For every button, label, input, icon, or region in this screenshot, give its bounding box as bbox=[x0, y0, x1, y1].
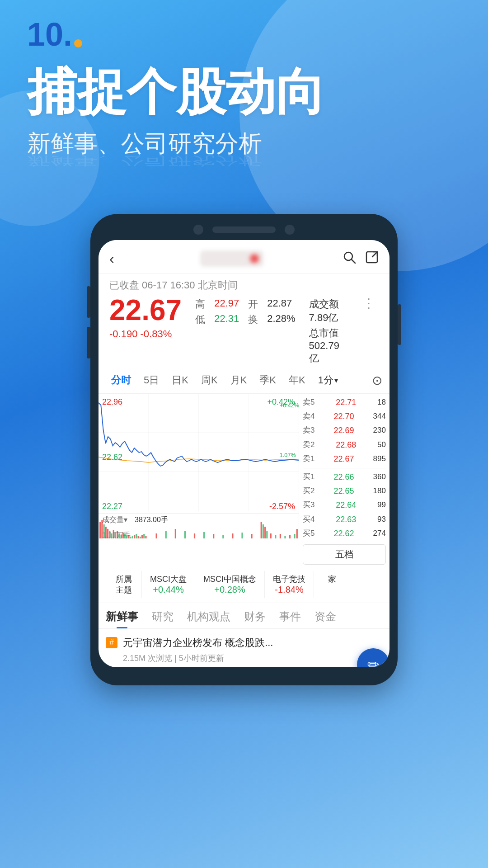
chart-mid-price: 22.62 bbox=[102, 453, 122, 462]
theme-more[interactable]: 家 bbox=[314, 571, 350, 598]
sell-5-label: 卖5 bbox=[303, 397, 314, 408]
share-icon[interactable] bbox=[365, 249, 379, 268]
sell-4-price: 22.70 bbox=[334, 411, 354, 422]
svg-rect-40 bbox=[194, 533, 195, 538]
buy-1-price: 22.66 bbox=[334, 472, 354, 483]
svg-rect-37 bbox=[165, 531, 167, 538]
top-area: 10. 捕捉个股动向 新鲜事、公司研究分析 新鲜事、公司研究分析 bbox=[0, 0, 488, 200]
theme-msci-large-pct: +0.44% bbox=[153, 585, 183, 595]
price-details: 高 22.97 开 22.87 低 22.31 换 2.28% bbox=[195, 297, 295, 326]
volume-area: 成交量▾ 3873.00手 1.11万手 bbox=[99, 513, 299, 538]
news-tab-capital[interactable]: 资金 bbox=[314, 609, 336, 628]
tab-dayk[interactable]: 日K bbox=[166, 371, 194, 390]
buy-1-qty: 360 bbox=[373, 472, 386, 483]
market-cap-label: 总市值 bbox=[309, 327, 339, 339]
svg-rect-19 bbox=[115, 532, 116, 538]
svg-line-3 bbox=[372, 252, 377, 257]
stock-status: 已收盘 06-17 16:30 北京时间 bbox=[99, 274, 389, 294]
svg-rect-29 bbox=[134, 535, 135, 538]
logo-dot bbox=[74, 39, 82, 47]
wudang-button[interactable]: 五档 bbox=[303, 544, 386, 565]
target-icon[interactable]: ⊙ bbox=[372, 373, 382, 388]
svg-rect-14 bbox=[105, 527, 107, 538]
phone-screen: ‹ bbox=[99, 240, 389, 667]
high-label: 高 bbox=[195, 297, 205, 311]
price-right: 成交额 7.89亿 总市值 502.79亿 bbox=[309, 297, 345, 365]
svg-rect-31 bbox=[137, 536, 139, 538]
phone-camera-2 bbox=[285, 225, 295, 235]
open-label: 开 bbox=[248, 297, 258, 311]
hero-title: 捕捉个股动向 bbox=[27, 64, 461, 119]
amount-val: 7.89亿 bbox=[309, 312, 338, 323]
svg-rect-46 bbox=[251, 534, 253, 538]
news-tag-hash: # bbox=[106, 637, 117, 648]
news-tab-research[interactable]: 研究 bbox=[152, 609, 174, 628]
svg-rect-18 bbox=[113, 530, 114, 538]
news-item-0[interactable]: # 元宇宙潜力企业榜发布 概念股跌... 2.15M 次浏览 | 5小时前更新 … bbox=[99, 629, 389, 667]
phone-outer: ‹ bbox=[90, 214, 398, 685]
svg-rect-24 bbox=[124, 534, 126, 538]
back-button[interactable]: ‹ bbox=[109, 250, 114, 267]
svg-rect-50 bbox=[266, 531, 267, 538]
sell-4-label: 卖4 bbox=[303, 411, 314, 422]
turnover-val: 2.28% bbox=[267, 313, 295, 326]
turnover-label: 换 bbox=[248, 313, 258, 326]
buy-3-row: 买3 22.64 99 bbox=[303, 498, 386, 512]
svg-rect-17 bbox=[111, 533, 112, 538]
more-dots[interactable]: ⋮ bbox=[359, 296, 379, 311]
sell-2-label: 卖2 bbox=[303, 439, 314, 451]
low-label: 低 bbox=[195, 313, 205, 326]
svg-rect-43 bbox=[222, 535, 224, 538]
sell-2-row: 卖2 22.68 50 bbox=[303, 438, 386, 452]
volume-chart-svg bbox=[99, 518, 299, 538]
tab-weekk[interactable]: 周K bbox=[196, 371, 223, 390]
tab-monthk[interactable]: 月K bbox=[225, 371, 253, 390]
open-val: 22.87 bbox=[267, 297, 292, 311]
buy-5-qty: 274 bbox=[373, 528, 386, 539]
header-icons bbox=[343, 249, 379, 268]
news-tab-finance[interactable]: 财务 bbox=[244, 609, 266, 628]
sell-1-row: 卖1 22.67 895 bbox=[303, 452, 386, 466]
sell-1-qty: 895 bbox=[373, 453, 386, 465]
tab-1min[interactable]: 1分▾ bbox=[313, 371, 343, 390]
theme-esports[interactable]: 电子竞技 -1.84% bbox=[265, 571, 314, 598]
sell-2-qty: 50 bbox=[377, 439, 386, 451]
news-tab-fresh[interactable]: 新鲜事 bbox=[106, 609, 138, 628]
chart-main-area: 22.96 +0.42% 22.62 22.27 -2.57% bbox=[99, 394, 389, 566]
tab-fenshi[interactable]: 分时 bbox=[106, 371, 136, 390]
chart-high-price: 22.96 bbox=[102, 397, 122, 407]
pen-icon: ✏ bbox=[367, 656, 380, 667]
tab-5day[interactable]: 5日 bbox=[138, 371, 164, 390]
search-icon[interactable] bbox=[343, 249, 356, 268]
low-val: 22.31 bbox=[214, 313, 239, 326]
theme-msci-china[interactable]: MSCI中国概念 +0.28% bbox=[195, 571, 265, 598]
svg-rect-49 bbox=[264, 527, 266, 538]
high-val: 22.97 bbox=[214, 297, 239, 311]
market-cap-row: 总市值 502.79亿 bbox=[309, 326, 345, 365]
buy-5-label: 买5 bbox=[303, 528, 314, 539]
svg-rect-16 bbox=[109, 531, 110, 538]
tab-seasonk[interactable]: 季K bbox=[254, 371, 282, 390]
svg-rect-30 bbox=[136, 534, 137, 538]
svg-rect-13 bbox=[103, 524, 105, 538]
amount-row: 成交额 7.89亿 bbox=[309, 297, 345, 325]
svg-rect-27 bbox=[130, 537, 131, 538]
tab-yeark[interactable]: 年K bbox=[283, 371, 311, 390]
svg-rect-35 bbox=[145, 536, 146, 538]
news-title: 元宇宙潜力企业榜发布 概念股跌... bbox=[123, 636, 382, 650]
side-btn-left-top bbox=[87, 286, 90, 318]
news-tab-institution[interactable]: 机构观点 bbox=[187, 609, 230, 628]
theme-msci-large[interactable]: MSCI大盘 +0.44% bbox=[142, 571, 195, 598]
price-chart-svg: +0.42% 1.07% bbox=[99, 394, 299, 511]
buy-2-label: 买2 bbox=[303, 486, 314, 497]
svg-rect-20 bbox=[117, 531, 118, 538]
sell-3-qty: 230 bbox=[373, 425, 386, 436]
stock-price: 22.67 bbox=[109, 296, 182, 325]
side-btn-right bbox=[398, 304, 401, 345]
theme-msci-china-pct: +0.28% bbox=[214, 585, 245, 595]
theme-header-label: 所属 主题 bbox=[116, 574, 132, 595]
theme-header: 所属 主题 bbox=[106, 571, 142, 598]
svg-rect-47 bbox=[261, 522, 262, 538]
news-tab-events[interactable]: 事件 bbox=[279, 609, 301, 628]
svg-rect-53 bbox=[280, 534, 281, 538]
